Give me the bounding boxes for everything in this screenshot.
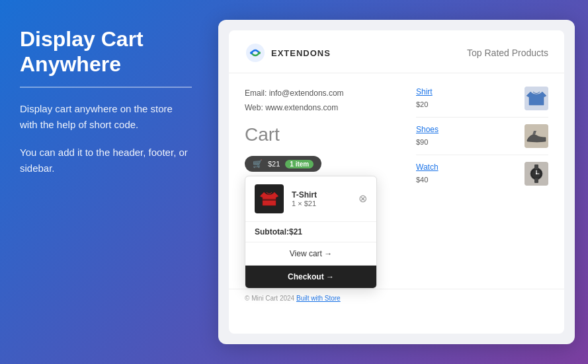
right-panel: EXTENDONS Top Rated Products Email: info… bbox=[218, 20, 575, 344]
contact-web: Web: www.extendons.com bbox=[245, 101, 403, 116]
product-price-shoes: $90 bbox=[416, 138, 428, 146]
subtotal-label: Subtotal: bbox=[255, 227, 289, 237]
logo-icon bbox=[245, 42, 266, 63]
left-divider bbox=[20, 87, 192, 88]
site-footer: © Mini Cart 2024 Built with Store bbox=[229, 289, 564, 307]
svg-rect-11 bbox=[534, 178, 538, 183]
cart-product-qty: 1 × $21 bbox=[292, 200, 351, 207]
cart-heading: Cart bbox=[245, 124, 403, 145]
product-img-shirt bbox=[525, 87, 548, 110]
product-item-shoes: Shoes $90 bbox=[416, 118, 548, 155]
logo-area: EXTENDONS bbox=[245, 42, 331, 63]
subtotal-row: Subtotal:$21 bbox=[245, 222, 376, 242]
svg-point-2 bbox=[258, 52, 261, 54]
cart-icon: 🛒 bbox=[253, 159, 263, 168]
product-item-shirt: Shirt $20 bbox=[416, 80, 548, 118]
cart-area: 🛒 $21 1 item bbox=[245, 156, 403, 289]
product-item-watch: Watch $40 bbox=[416, 155, 548, 192]
svg-rect-4 bbox=[263, 199, 276, 201]
left-title: Display Cart Anywhere bbox=[20, 26, 192, 77]
site-header: EXTENDONS Top Rated Products bbox=[229, 30, 564, 73]
outer-container: Display Cart Anywhere Display cart anywh… bbox=[0, 0, 588, 364]
product-price-shirt: $20 bbox=[416, 100, 428, 108]
footer-copyright: © Mini Cart 2024 bbox=[245, 295, 294, 302]
contact-email: Email: info@extendons.com bbox=[245, 87, 403, 101]
svg-point-1 bbox=[250, 52, 253, 54]
cart-bar-price: $21 bbox=[268, 160, 280, 168]
product-price-watch: $40 bbox=[416, 176, 428, 184]
cart-badge: 1 item bbox=[285, 160, 314, 168]
product-text-shirt: Shirt $20 bbox=[416, 87, 525, 110]
cart-product-info: T-Shirt 1 × $21 bbox=[292, 190, 351, 207]
svg-point-0 bbox=[246, 44, 265, 62]
browser-content: EXTENDONS Top Rated Products Email: info… bbox=[229, 30, 564, 334]
top-rated-title: Top Rated Products bbox=[467, 48, 548, 58]
cart-item-close[interactable]: ⊗ bbox=[358, 194, 367, 204]
product-text-watch: Watch $40 bbox=[416, 163, 525, 185]
svg-point-14 bbox=[536, 173, 537, 174]
checkout-button[interactable]: Checkout → bbox=[245, 266, 376, 288]
subtotal-value: $21 bbox=[289, 227, 302, 237]
product-list: Shirt $20 bbox=[416, 80, 548, 192]
contact-info: Email: info@extendons.com Web: www.exten… bbox=[245, 80, 403, 115]
product-text-shoes: Shoes $90 bbox=[416, 125, 525, 147]
top-rated-products: Shirt $20 bbox=[416, 73, 548, 289]
left-panel: Display Cart Anywhere Display cart anywh… bbox=[13, 20, 198, 344]
footer-link[interactable]: Built with Store bbox=[296, 295, 341, 302]
product-link-shoes[interactable]: Shoes bbox=[416, 125, 525, 134]
tshirt-icon bbox=[257, 187, 281, 211]
product-img-shoes bbox=[525, 124, 548, 148]
site-body: Email: info@extendons.com Web: www.exten… bbox=[229, 73, 564, 289]
cart-bar[interactable]: 🛒 $21 1 item bbox=[245, 156, 321, 172]
cart-product-name: T-Shirt bbox=[292, 190, 351, 200]
left-desc-2: You can add it to the header, footer, or… bbox=[20, 145, 192, 176]
product-link-watch[interactable]: Watch bbox=[416, 163, 525, 172]
cart-item-row: T-Shirt 1 × $21 ⊗ bbox=[245, 176, 376, 222]
content-left: Email: info@extendons.com Web: www.exten… bbox=[245, 73, 403, 289]
product-thumbnail bbox=[255, 184, 284, 213]
view-cart-button[interactable]: View cart → bbox=[245, 242, 376, 266]
product-link-shirt[interactable]: Shirt bbox=[416, 87, 525, 96]
left-desc-1: Display cart anywhere on the store with … bbox=[20, 101, 192, 133]
cart-dropdown: T-Shirt 1 × $21 ⊗ Subtotal:$21 View cart… bbox=[245, 176, 377, 289]
svg-rect-10 bbox=[534, 164, 538, 169]
logo-text: EXTENDONS bbox=[271, 48, 331, 58]
product-img-watch bbox=[525, 162, 548, 186]
